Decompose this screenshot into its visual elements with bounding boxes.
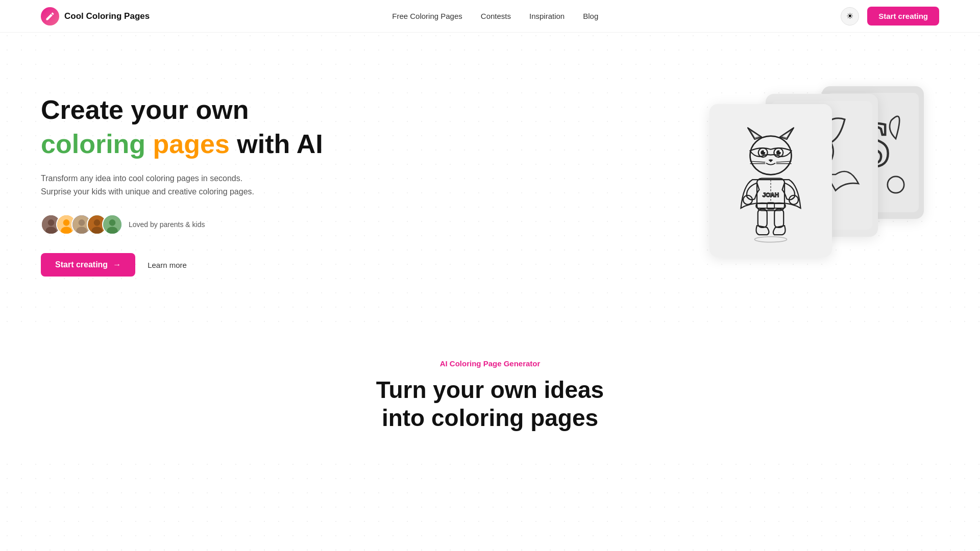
hero-word-coloring: coloring: [41, 129, 145, 159]
hero-cards: S: [684, 79, 939, 293]
section2-title-line1: Turn your own ideas: [41, 376, 939, 404]
svg-point-11: [91, 227, 103, 235]
hero-subtitle-line1: Transform any idea into cool coloring pa…: [41, 174, 242, 183]
hero-word-with-ai: with AI: [237, 129, 323, 159]
nav-start-creating-button[interactable]: Start creating: [867, 7, 939, 26]
theme-toggle-button[interactable]: ☀: [841, 7, 859, 26]
hero-subtitle: Transform any idea into cool coloring pa…: [41, 172, 323, 198]
svg-point-8: [76, 227, 87, 235]
section2: AI Coloring Page Generator Turn your own…: [0, 329, 980, 453]
logo-icon: [41, 7, 59, 26]
section2-label: AI Coloring Page Generator: [41, 359, 939, 368]
svg-point-26: [779, 151, 781, 153]
nav-link-contests[interactable]: Contests: [481, 12, 511, 20]
hero-start-creating-button[interactable]: Start creating →: [41, 253, 135, 277]
nav-link-free-coloring-pages[interactable]: Free Coloring Pages: [392, 12, 462, 20]
navbar: Cool Coloring Pages Free Coloring Pages …: [0, 0, 980, 33]
sun-icon: ☀: [846, 11, 853, 21]
svg-point-13: [109, 219, 116, 226]
nav-link-inspiration[interactable]: Inspiration: [529, 12, 565, 20]
svg-point-4: [63, 219, 70, 226]
avatar-stack: [41, 214, 122, 235]
nav-right: ☀ Start creating: [841, 7, 939, 26]
avatar-5: [102, 214, 122, 235]
svg-point-7: [79, 219, 85, 226]
buttons-row: Start creating → Learn more: [41, 253, 323, 277]
nav-link-blog[interactable]: Blog: [583, 12, 598, 20]
svg-point-5: [61, 227, 72, 235]
hero-subtitle-line2: Surprise your kids with unique and creat…: [41, 187, 254, 196]
hero-section: Create your own coloring pages with AI T…: [0, 33, 980, 329]
coloring-card-main: JOAH: [709, 104, 832, 257]
hero-title-line2: coloring pages with AI: [41, 129, 323, 160]
logo[interactable]: Cool Coloring Pages: [41, 7, 150, 26]
hero-left: Create your own coloring pages with AI T…: [41, 95, 323, 277]
logo-text: Cool Coloring Pages: [64, 11, 150, 21]
nav-links: Free Coloring Pages Contests Inspiration…: [392, 12, 598, 20]
svg-point-1: [48, 219, 55, 226]
learn-more-link[interactable]: Learn more: [148, 261, 187, 269]
arrow-right-icon: →: [113, 260, 121, 269]
section2-title: Turn your own ideas into coloring pages: [41, 376, 939, 432]
section2-title-line2: into coloring pages: [41, 404, 939, 432]
svg-point-10: [94, 219, 101, 226]
avatar-label: Loved by parents & kids: [129, 220, 205, 229]
hero-title-line1: Create your own: [41, 95, 323, 126]
avatars-row: Loved by parents & kids: [41, 214, 323, 235]
start-creating-label: Start creating: [55, 260, 108, 269]
svg-point-2: [45, 227, 57, 235]
svg-point-25: [764, 151, 766, 153]
svg-text:JOAH: JOAH: [763, 191, 779, 198]
hero-word-pages: pages: [153, 129, 230, 159]
svg-point-14: [107, 227, 118, 235]
